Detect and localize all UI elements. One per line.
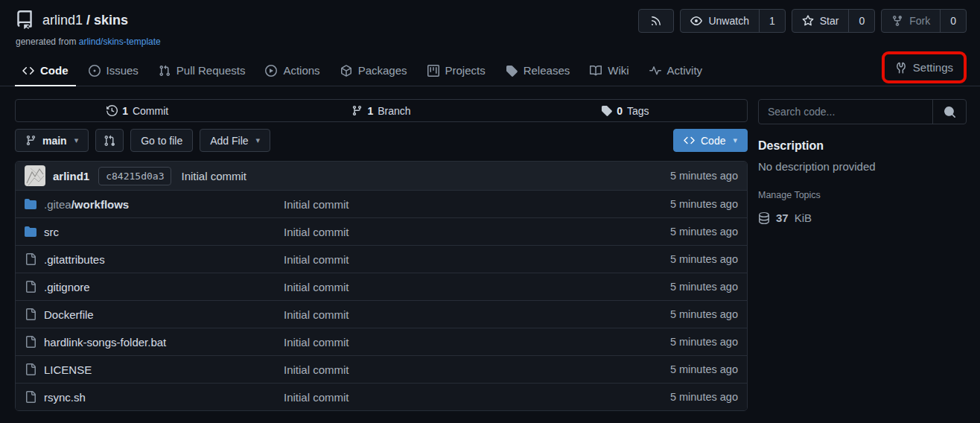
chevron-down-icon: ▾ [733, 136, 737, 145]
watch-button-group: Unwatch 1 [680, 9, 785, 33]
repo-name-link[interactable]: skins [94, 13, 128, 28]
unwatch-button[interactable]: Unwatch [681, 10, 758, 32]
repo-action-buttons: Unwatch 1 Star 0 Fork [638, 9, 967, 33]
file-row-rsync-sh[interactable]: rsync.sh Initial commit 5 minutes ago [16, 383, 747, 410]
repo-content-column: 1 Commit 1 Branch 0 Tags main [15, 99, 748, 411]
repo-tab-bar: Code Issues Pull Requests Actions Packag… [0, 55, 980, 86]
code-icon [684, 135, 695, 146]
add-file-button[interactable]: Add File ▾ [200, 129, 270, 152]
file-commit-time: 5 minutes ago [670, 391, 738, 403]
tag-icon [601, 105, 612, 116]
history-icon [106, 105, 118, 116]
watchers-count[interactable]: 1 [759, 10, 785, 32]
file-icon [25, 363, 36, 375]
file-commit-message[interactable]: Initial commit [284, 336, 349, 349]
code-download-button[interactable]: Code ▾ [673, 129, 748, 152]
tab-actions[interactable]: Actions [258, 57, 327, 86]
tab-packages[interactable]: Packages [333, 57, 415, 86]
file-row-gitattributes[interactable]: .gitattributes Initial commit 5 minutes … [16, 245, 747, 273]
code-icon [22, 65, 34, 77]
file-commit-message[interactable]: Initial commit [284, 308, 349, 321]
tab-settings[interactable]: Settings [882, 51, 967, 83]
tab-issues[interactable]: Issues [81, 57, 146, 86]
repo-icon [15, 10, 34, 30]
file-table: arlind1 c84215d0a3 Initial commit 5 minu… [15, 161, 748, 411]
file-icon [25, 281, 36, 293]
repo-size-value: 37 [776, 212, 789, 224]
file-commit-message[interactable]: Initial commit [284, 226, 349, 238]
repo-header: arlind1 / skins generated from arlind/sk… [0, 0, 980, 47]
file-commit-message[interactable]: Initial commit [284, 363, 349, 376]
rss-button[interactable] [638, 9, 674, 33]
generated-from: generated from arlind/skins-template [16, 36, 967, 47]
file-commit-time: 5 minutes ago [670, 308, 738, 320]
tab-releases[interactable]: Releases [498, 57, 578, 86]
file-commit-message[interactable]: Initial commit [284, 281, 349, 293]
star-button[interactable]: Star [792, 10, 849, 32]
manage-topics-link[interactable]: Manage Topics [758, 190, 967, 200]
folder-icon [25, 226, 36, 238]
tab-wiki[interactable]: Wiki [582, 57, 636, 86]
tab-projects[interactable]: Projects [420, 57, 493, 86]
settings-annotation-box: Settings [882, 51, 967, 83]
file-icon [25, 391, 36, 403]
branches-stat[interactable]: 1 Branch [259, 105, 503, 117]
commit-time: 5 minutes ago [670, 170, 738, 182]
fork-button[interactable]: Fork [882, 10, 940, 32]
description-text: No description provided [758, 160, 967, 173]
file-commit-time: 5 minutes ago [670, 253, 738, 265]
file-commit-time: 5 minutes ago [670, 336, 738, 348]
fork-icon [891, 15, 903, 27]
stars-count[interactable]: 0 [848, 10, 874, 32]
folder-icon [25, 198, 36, 210]
search-input[interactable] [759, 100, 932, 124]
file-commit-message[interactable]: Initial commit [284, 198, 349, 211]
search-button[interactable] [932, 100, 966, 124]
file-row-src[interactable]: src Initial commit 5 minutes ago [16, 217, 747, 245]
tag-icon [506, 65, 518, 77]
file-commit-time: 5 minutes ago [670, 198, 738, 210]
commit-hash-link[interactable]: c84215d0a3 [98, 167, 171, 185]
forks-count[interactable]: 0 [940, 10, 966, 32]
tab-activity[interactable]: Activity [642, 57, 710, 86]
file-row-license[interactable]: LICENSE Initial commit 5 minutes ago [16, 355, 747, 383]
chevron-down-icon: ▾ [74, 136, 79, 145]
tab-pull-requests[interactable]: Pull Requests [151, 57, 253, 86]
file-row-dockerfile[interactable]: Dockerfile Initial commit 5 minutes ago [16, 300, 747, 328]
file-icon [25, 336, 36, 348]
file-row-hardlink-songs-folder-bat[interactable]: hardlink-songs-folder.bat Initial commit… [16, 328, 747, 355]
pull-request-icon [159, 65, 171, 77]
book-icon [590, 65, 602, 77]
repo-owner-link[interactable]: arlind1 [42, 13, 83, 28]
star-icon [802, 15, 814, 27]
chevron-down-icon: ▾ [256, 136, 261, 145]
package-icon [340, 65, 352, 77]
compare-branches-button[interactable] [95, 129, 124, 152]
description-heading: Description [758, 139, 967, 153]
template-repo-link[interactable]: arlind/skins-template [79, 36, 161, 47]
file-commit-message[interactable]: Initial commit [284, 391, 349, 404]
commit-message-link[interactable]: Initial commit [181, 170, 246, 182]
code-toolbar: main ▾ Go to file Add File ▾ Code ▾ [15, 129, 748, 152]
tab-code[interactable]: Code [15, 57, 76, 86]
go-to-file-button[interactable]: Go to file [130, 129, 193, 152]
gitea-repo-page: arlind1 / skins generated from arlind/sk… [0, 0, 980, 423]
latest-commit-row: arlind1 c84215d0a3 Initial commit 5 minu… [16, 162, 747, 190]
branch-icon [351, 105, 363, 116]
tags-stat[interactable]: 0 Tags [503, 105, 747, 117]
file-commit-time: 5 minutes ago [670, 226, 738, 238]
git-compare-icon [104, 135, 115, 147]
file-commit-time: 5 minutes ago [670, 363, 738, 375]
file-commit-message[interactable]: Initial commit [284, 253, 349, 266]
commit-author-link[interactable]: arlind1 [53, 170, 89, 182]
pulse-icon [649, 65, 661, 77]
repo-sidebar: Description No description provided Mana… [758, 99, 967, 224]
file-icon [25, 253, 36, 265]
avatar[interactable] [25, 165, 45, 186]
repo-size: 37 KiB [758, 212, 967, 224]
branch-selector[interactable]: main ▾ [15, 129, 89, 152]
commits-stat[interactable]: 1 Commit [16, 105, 259, 117]
branch-icon [25, 135, 36, 146]
file-row-gitea-workflows[interactable]: .gitea/workflows Initial commit 5 minute… [16, 190, 747, 217]
file-row-gitignore[interactable]: .gitignore Initial commit 5 minutes ago [16, 273, 747, 300]
